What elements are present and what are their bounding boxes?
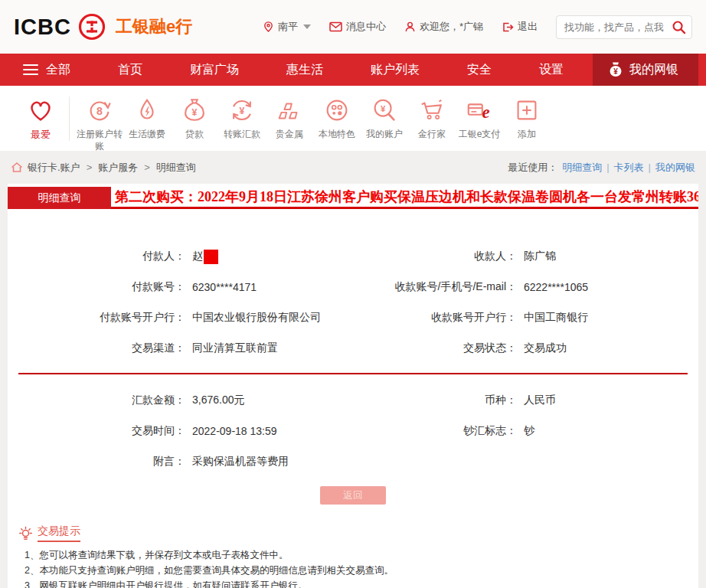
amount-value: 3,676.00元 xyxy=(192,394,245,407)
nav-item-life[interactable]: 惠生活 xyxy=(286,62,323,78)
payer-label: 付款人： xyxy=(8,250,185,263)
nav-label: 我的网银 xyxy=(629,62,678,78)
plus-square-icon xyxy=(512,95,541,126)
quick-item-my-account[interactable]: ¥ 我的账户 xyxy=(361,95,408,141)
channel-label: 交易渠道： xyxy=(8,341,185,355)
quick-item-label: 最爱 xyxy=(31,129,51,142)
quick-item-icbc-epay[interactable]: e 工银e支付 xyxy=(456,95,503,141)
tip-item: 3、网银互联账户明细由开户银行提供，如有疑问请联系开户银行。 xyxy=(25,578,688,588)
quick-item-label: 我的账户 xyxy=(366,129,403,141)
currency-label: 币种： xyxy=(353,394,517,407)
detail-row: 付款人： 赵 收款人： 陈广锦 xyxy=(8,241,698,272)
magnifier-yuan-icon: ¥ xyxy=(370,95,399,126)
quick-item-favorites[interactable]: 最爱 xyxy=(17,95,64,142)
redaction-block xyxy=(204,250,218,264)
icbc-logo-text: ICBC xyxy=(14,15,71,40)
quick-item-local-features[interactable]: 本地特色 xyxy=(313,95,361,141)
status-value: 交易成功 xyxy=(524,341,567,355)
panel-header: 明细查询 第二次购买：2022年9月18日江苏徐州客户购买保温压边机和长款保温卷… xyxy=(8,184,698,209)
quick-item-precious-metal[interactable]: 贵金属 xyxy=(266,95,313,141)
quick-item-gold-expert[interactable]: 金行家 xyxy=(408,95,456,141)
recent-separator: | xyxy=(649,162,651,173)
top-header: ICBC 工银融e行 南平 消息中心 xyxy=(0,0,706,54)
quick-item-utility-payment[interactable]: 生活缴费 xyxy=(123,95,171,141)
recent-link-my-ebank[interactable]: 我的网银 xyxy=(655,161,695,175)
envelope-icon xyxy=(329,21,342,32)
payer-value: 赵 xyxy=(192,250,218,264)
memo-label: 附言： xyxy=(8,455,185,469)
payee-value: 陈广锦 xyxy=(524,250,556,263)
vertical-divider xyxy=(69,96,70,141)
nav-item-wealth[interactable]: 财富广场 xyxy=(190,62,239,78)
quick-item-label: 生活缴费 xyxy=(129,129,165,141)
nav-item-all[interactable]: 全部 xyxy=(23,61,70,78)
location-pin-icon xyxy=(263,21,274,33)
nav-label: 财富广场 xyxy=(190,62,239,78)
payer-account-value: 6230****4171 xyxy=(192,281,257,293)
location-label: 南平 xyxy=(278,20,298,34)
nav-item-accounts[interactable]: 账户列表 xyxy=(371,62,420,78)
search-box xyxy=(556,15,692,39)
payee-label: 收款人： xyxy=(353,250,517,263)
quick-item-transfer-remit[interactable]: ¥ 转账汇款 xyxy=(218,95,266,141)
recent-used: 最近使用： 明细查询 | 卡列表 | 我的网银 xyxy=(508,161,695,175)
breadcrumb-item[interactable]: 银行卡.账户 xyxy=(28,161,80,175)
quick-item-add[interactable]: 添加 xyxy=(503,95,551,141)
nav-item-security[interactable]: 安全 xyxy=(467,62,492,78)
payer-bank-value: 中国农业银行股份有限公司 xyxy=(192,311,321,325)
transfer-arrows-yuan-icon: ¥ xyxy=(227,95,257,126)
money-bag-icon: ¥ xyxy=(608,61,623,78)
payee-bank-value: 中国工商银行 xyxy=(524,311,588,325)
logout-label: 退出 xyxy=(518,20,538,34)
tab-detail-query[interactable]: 明细查询 xyxy=(8,187,111,209)
transaction-details: 付款人： 赵 收款人： 陈广锦 付款账号： 6230****4171 收款账号/… xyxy=(8,241,698,364)
quick-item-label: 贵金属 xyxy=(276,129,303,141)
user-icon xyxy=(404,21,416,33)
breadcrumb-item[interactable]: 账户服务 xyxy=(98,161,138,175)
quick-item-label: 本地特色 xyxy=(319,129,355,141)
quick-item-label: 转账汇款 xyxy=(224,129,260,141)
nav-item-my-ebank[interactable]: ¥ 我的网银 xyxy=(593,54,698,86)
heart-icon xyxy=(26,95,55,126)
payee-account-label: 收款账号/手机号/E-mail： xyxy=(353,280,517,294)
detail-row: 汇款金额： 3,676.00元 币种： 人民币 xyxy=(8,385,698,416)
welcome-user[interactable]: 欢迎您，*广锦 xyxy=(404,20,483,34)
recent-link-card-list[interactable]: 卡列表 xyxy=(614,161,644,175)
currency-value: 人民币 xyxy=(524,394,556,407)
breadcrumb: 银行卡.账户 > 账户服务 > 明细查询 xyxy=(11,161,196,175)
payee-bank-label: 收款账号开户行： xyxy=(353,311,517,325)
svg-text:¥: ¥ xyxy=(613,67,618,76)
svg-text:¥: ¥ xyxy=(381,104,386,113)
detail-row: 交易渠道： 同业清算互联前置 交易状态： 交易成功 xyxy=(8,333,698,364)
tip-item: 2、本功能只支持查询账户明细，如您需要查询具体交易的明细信息请到相关交易查询。 xyxy=(25,563,688,578)
nav-label: 安全 xyxy=(467,62,492,78)
breadcrumb-item[interactable]: 明细查询 xyxy=(156,161,196,175)
quick-item-label: 金行家 xyxy=(418,129,446,141)
quick-item-register-transfer[interactable]: 8 注册账户转账 xyxy=(76,95,123,152)
shopping-cart-icon xyxy=(417,95,446,126)
quick-item-loan[interactable]: ¥ 贷款 xyxy=(171,95,218,141)
recent-separator: | xyxy=(606,162,609,173)
amount-label: 汇款金额： xyxy=(8,394,185,407)
message-center-link[interactable]: 消息中心 xyxy=(329,20,386,34)
tips-title: 交易提示 xyxy=(38,524,80,542)
nav-item-settings[interactable]: 设置 xyxy=(539,62,564,78)
logo[interactable]: ICBC 工银融e行 xyxy=(14,12,192,41)
home-icon[interactable] xyxy=(11,162,23,173)
payer-account-label: 付款账号： xyxy=(8,280,185,294)
quick-item-label: 工银e支付 xyxy=(459,129,501,141)
quick-item-label: 注册账户转账 xyxy=(76,129,123,152)
quick-access-row: 最爱 8 注册账户转账 生活缴费 ¥ 贷款 xyxy=(0,86,706,151)
nav-label: 账户列表 xyxy=(371,62,420,78)
back-button[interactable]: 返回 xyxy=(320,486,386,505)
svg-text:8: 8 xyxy=(96,105,103,117)
icbc-emblem-icon xyxy=(77,12,106,41)
svg-text:¥: ¥ xyxy=(192,107,198,118)
nav-item-home[interactable]: 首页 xyxy=(118,62,142,78)
detail-row: 付款账号： 6230****4171 收款账号/手机号/E-mail： 6222… xyxy=(8,272,698,302)
breadcrumb-separator: > xyxy=(144,162,150,173)
location-selector[interactable]: 南平 xyxy=(263,20,311,34)
recent-link-detail-query[interactable]: 明细查询 xyxy=(562,161,602,175)
logout-button[interactable]: 退出 xyxy=(502,20,538,34)
search-icon[interactable] xyxy=(672,20,686,34)
